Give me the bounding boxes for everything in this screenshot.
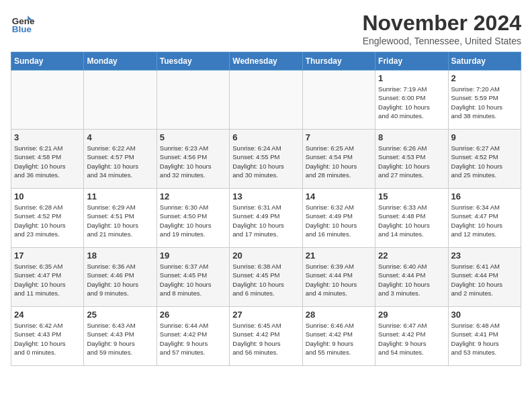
day-cell: 3Sunrise: 6:21 AM Sunset: 4:58 PM Daylig…: [11, 130, 84, 189]
day-cell: 16Sunrise: 6:34 AM Sunset: 4:47 PM Dayli…: [448, 189, 521, 248]
day-info: Sunrise: 6:43 AM Sunset: 4:43 PM Dayligh…: [87, 321, 153, 357]
day-number: 13: [232, 191, 299, 201]
day-number: 29: [378, 310, 445, 320]
day-number: 18: [87, 250, 153, 261]
day-cell: 14Sunrise: 6:32 AM Sunset: 4:49 PM Dayli…: [302, 189, 375, 248]
header-row: SundayMondayTuesdayWednesdayThursdayFrid…: [11, 52, 521, 71]
logo: General Blue: [11, 11, 35, 35]
month-title: November 2024: [362, 11, 521, 36]
day-number: 27: [232, 310, 299, 320]
header-cell-wednesday: Wednesday: [230, 52, 302, 71]
day-number: 3: [14, 132, 81, 142]
day-info: Sunrise: 6:32 AM Sunset: 4:49 PM Dayligh…: [306, 203, 372, 238]
day-info: Sunrise: 6:26 AM Sunset: 4:53 PM Dayligh…: [378, 144, 445, 179]
day-info: Sunrise: 6:24 AM Sunset: 4:55 PM Dayligh…: [232, 144, 299, 179]
logo-icon: General Blue: [11, 11, 35, 35]
day-cell: 25Sunrise: 6:43 AM Sunset: 4:43 PM Dayli…: [84, 307, 157, 366]
day-info: Sunrise: 6:28 AM Sunset: 4:52 PM Dayligh…: [14, 203, 81, 238]
header: General Blue November 2024 Englewood, Te…: [11, 11, 521, 46]
day-cell: 21Sunrise: 6:39 AM Sunset: 4:44 PM Dayli…: [302, 248, 375, 307]
day-cell: 7Sunrise: 6:25 AM Sunset: 4:54 PM Daylig…: [302, 130, 375, 189]
header-cell-tuesday: Tuesday: [157, 52, 229, 71]
day-cell: 5Sunrise: 6:23 AM Sunset: 4:56 PM Daylig…: [157, 130, 229, 189]
day-number: 28: [306, 310, 372, 320]
header-cell-thursday: Thursday: [302, 52, 375, 71]
day-info: Sunrise: 6:27 AM Sunset: 4:52 PM Dayligh…: [451, 144, 518, 179]
day-info: Sunrise: 6:45 AM Sunset: 4:42 PM Dayligh…: [232, 321, 299, 357]
day-cell: 19Sunrise: 6:37 AM Sunset: 4:45 PM Dayli…: [157, 248, 229, 307]
day-number: 16: [451, 191, 518, 201]
day-cell: 11Sunrise: 6:29 AM Sunset: 4:51 PM Dayli…: [84, 189, 157, 248]
day-info: Sunrise: 6:33 AM Sunset: 4:48 PM Dayligh…: [378, 203, 445, 238]
day-number: 25: [87, 310, 153, 320]
day-info: Sunrise: 6:47 AM Sunset: 4:42 PM Dayligh…: [378, 321, 445, 357]
day-cell: 4Sunrise: 6:22 AM Sunset: 4:57 PM Daylig…: [84, 130, 157, 189]
day-cell: 28Sunrise: 6:46 AM Sunset: 4:42 PM Dayli…: [302, 307, 375, 366]
day-cell: 1Sunrise: 7:19 AM Sunset: 6:00 PM Daylig…: [375, 71, 448, 130]
day-info: Sunrise: 6:22 AM Sunset: 4:57 PM Dayligh…: [87, 144, 153, 179]
day-number: 24: [14, 310, 81, 320]
day-number: 11: [87, 191, 153, 201]
day-number: 10: [14, 191, 81, 201]
day-cell: 22Sunrise: 6:40 AM Sunset: 4:44 PM Dayli…: [375, 248, 448, 307]
day-info: Sunrise: 6:25 AM Sunset: 4:54 PM Dayligh…: [306, 144, 372, 179]
day-number: 20: [232, 250, 299, 261]
day-cell: [11, 71, 84, 130]
week-row-3: 10Sunrise: 6:28 AM Sunset: 4:52 PM Dayli…: [11, 189, 521, 248]
day-cell: [302, 71, 375, 130]
day-info: Sunrise: 6:31 AM Sunset: 4:49 PM Dayligh…: [232, 203, 299, 238]
day-cell: 6Sunrise: 6:24 AM Sunset: 4:55 PM Daylig…: [230, 130, 302, 189]
day-info: Sunrise: 6:36 AM Sunset: 4:46 PM Dayligh…: [87, 262, 153, 298]
header-cell-monday: Monday: [84, 52, 157, 71]
day-number: 9: [451, 132, 518, 142]
day-info: Sunrise: 6:30 AM Sunset: 4:50 PM Dayligh…: [160, 203, 226, 238]
day-cell: 17Sunrise: 6:35 AM Sunset: 4:47 PM Dayli…: [11, 248, 84, 307]
day-number: 4: [87, 132, 153, 142]
day-info: Sunrise: 6:34 AM Sunset: 4:47 PM Dayligh…: [451, 203, 518, 238]
day-number: 26: [160, 310, 226, 320]
day-cell: [230, 71, 302, 130]
calendar-table: SundayMondayTuesdayWednesdayThursdayFrid…: [11, 52, 521, 366]
svg-text:Blue: Blue: [12, 24, 32, 34]
header-cell-saturday: Saturday: [448, 52, 521, 71]
day-number: 5: [160, 132, 226, 142]
day-info: Sunrise: 6:41 AM Sunset: 4:44 PM Dayligh…: [451, 262, 518, 298]
day-cell: [84, 71, 157, 130]
day-cell: 12Sunrise: 6:30 AM Sunset: 4:50 PM Dayli…: [157, 189, 229, 248]
day-number: 6: [232, 132, 299, 142]
location: Englewood, Tennessee, United States: [362, 36, 521, 46]
day-number: 21: [306, 250, 372, 261]
day-info: Sunrise: 6:44 AM Sunset: 4:42 PM Dayligh…: [160, 321, 226, 357]
day-number: 23: [451, 250, 518, 261]
day-info: Sunrise: 6:23 AM Sunset: 4:56 PM Dayligh…: [160, 144, 226, 179]
day-cell: 15Sunrise: 6:33 AM Sunset: 4:48 PM Dayli…: [375, 189, 448, 248]
day-number: 19: [160, 250, 226, 261]
title-area: November 2024 Englewood, Tennessee, Unit…: [362, 11, 521, 46]
day-cell: 10Sunrise: 6:28 AM Sunset: 4:52 PM Dayli…: [11, 189, 84, 248]
day-cell: 8Sunrise: 6:26 AM Sunset: 4:53 PM Daylig…: [375, 130, 448, 189]
week-row-2: 3Sunrise: 6:21 AM Sunset: 4:58 PM Daylig…: [11, 130, 521, 189]
day-number: 7: [306, 132, 372, 142]
week-row-1: 1Sunrise: 7:19 AM Sunset: 6:00 PM Daylig…: [11, 71, 521, 130]
day-number: 15: [378, 191, 445, 201]
day-info: Sunrise: 6:29 AM Sunset: 4:51 PM Dayligh…: [87, 203, 153, 238]
week-row-4: 17Sunrise: 6:35 AM Sunset: 4:47 PM Dayli…: [11, 248, 521, 307]
day-number: 2: [451, 73, 518, 83]
day-number: 8: [378, 132, 445, 142]
day-number: 22: [378, 250, 445, 261]
day-info: Sunrise: 6:42 AM Sunset: 4:43 PM Dayligh…: [14, 321, 81, 357]
day-number: 17: [14, 250, 81, 261]
day-cell: 29Sunrise: 6:47 AM Sunset: 4:42 PM Dayli…: [375, 307, 448, 366]
header-cell-sunday: Sunday: [11, 52, 84, 71]
day-info: Sunrise: 6:40 AM Sunset: 4:44 PM Dayligh…: [378, 262, 445, 298]
day-cell: 23Sunrise: 6:41 AM Sunset: 4:44 PM Dayli…: [448, 248, 521, 307]
day-info: Sunrise: 6:46 AM Sunset: 4:42 PM Dayligh…: [306, 321, 372, 357]
day-cell: 2Sunrise: 7:20 AM Sunset: 5:59 PM Daylig…: [448, 71, 521, 130]
day-info: Sunrise: 6:37 AM Sunset: 4:45 PM Dayligh…: [160, 262, 226, 298]
day-info: Sunrise: 7:20 AM Sunset: 5:59 PM Dayligh…: [451, 85, 518, 120]
day-cell: 30Sunrise: 6:48 AM Sunset: 4:41 PM Dayli…: [448, 307, 521, 366]
day-cell: 18Sunrise: 6:36 AM Sunset: 4:46 PM Dayli…: [84, 248, 157, 307]
day-number: 1: [378, 73, 445, 83]
day-cell: 27Sunrise: 6:45 AM Sunset: 4:42 PM Dayli…: [230, 307, 302, 366]
day-info: Sunrise: 6:21 AM Sunset: 4:58 PM Dayligh…: [14, 144, 81, 179]
